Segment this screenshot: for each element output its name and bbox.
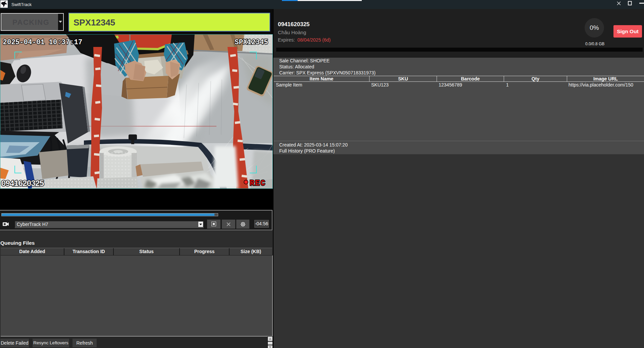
svg-text:REC: REC <box>250 179 265 188</box>
svg-text:SPX12345: SPX12345 <box>235 38 268 46</box>
svg-text:0941620325: 0941620325 <box>1 179 44 189</box>
svg-text:2025-04-01 10:37:17: 2025-04-01 10:37:17 <box>3 38 82 46</box>
